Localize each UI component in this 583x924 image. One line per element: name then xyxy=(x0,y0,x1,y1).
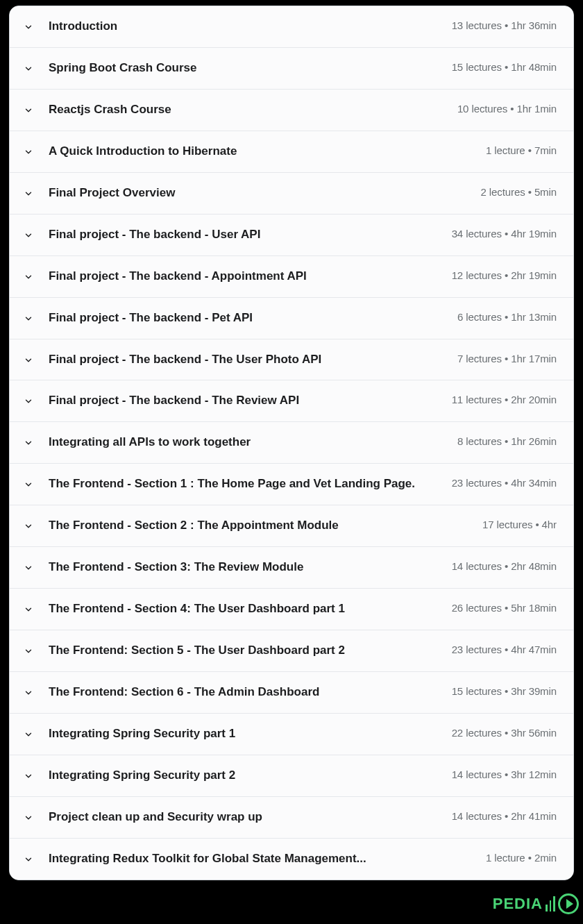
section-meta: 6 lectures • 1hr 13min xyxy=(457,311,557,323)
section-title: The Frontend - Section 1 : The Home Page… xyxy=(49,476,452,492)
section-meta: 1 lecture • 7min xyxy=(486,144,557,156)
section-row[interactable]: A Quick Introduction to Hibernate1 lectu… xyxy=(10,131,573,173)
section-row[interactable]: The Frontend - Section 2 : The Appointme… xyxy=(10,505,573,547)
watermark-text: PEDIA xyxy=(493,895,543,913)
section-row[interactable]: The Frontend - Section 3: The Review Mod… xyxy=(10,547,573,589)
section-meta: 2 lectures • 5min xyxy=(481,186,557,198)
section-row[interactable]: Spring Boot Crash Course15 lectures • 1h… xyxy=(10,48,573,90)
equalizer-icon xyxy=(546,896,555,912)
section-meta: 22 lectures • 3hr 56min xyxy=(452,727,557,739)
chevron-down-icon xyxy=(24,646,33,656)
section-row[interactable]: The Frontend: Section 5 - The User Dashb… xyxy=(10,630,573,672)
chevron-down-icon xyxy=(24,272,33,282)
section-row[interactable]: Integrating Redux Toolkit for Global Sta… xyxy=(10,839,573,880)
section-row[interactable]: Introduction13 lectures • 1hr 36min xyxy=(10,6,573,48)
chevron-down-icon xyxy=(24,189,33,199)
section-title: Final project - The backend - The User P… xyxy=(49,352,457,368)
play-icon xyxy=(558,893,579,914)
section-title: The Frontend - Section 2 : The Appointme… xyxy=(49,518,482,534)
section-title: The Frontend - Section 3: The Review Mod… xyxy=(49,560,452,576)
chevron-down-icon xyxy=(24,314,33,324)
section-title: Reactjs Crash Course xyxy=(49,102,457,118)
section-meta: 15 lectures • 3hr 39min xyxy=(452,685,557,697)
section-title: The Frontend: Section 5 - The User Dashb… xyxy=(49,643,452,659)
section-meta: 7 lectures • 1hr 17min xyxy=(457,353,557,364)
chevron-down-icon xyxy=(24,64,33,74)
chevron-down-icon xyxy=(24,396,33,406)
section-meta: 12 lectures • 2hr 19min xyxy=(452,269,557,281)
section-title: Integrating all APIs to work together xyxy=(49,435,457,451)
section-title: Spring Boot Crash Course xyxy=(49,60,452,76)
section-row[interactable]: Project clean up and Security wrap up14 … xyxy=(10,797,573,839)
section-row[interactable]: Final project - The backend - The User P… xyxy=(10,339,573,381)
chevron-down-icon xyxy=(24,813,33,823)
section-meta: 10 lectures • 1hr 1min xyxy=(457,103,557,115)
course-sections-list: Introduction13 lectures • 1hr 36minSprin… xyxy=(9,6,574,880)
section-meta: 15 lectures • 1hr 48min xyxy=(452,61,557,73)
section-title: Integrating Spring Security part 2 xyxy=(49,768,452,784)
section-title: Integrating Redux Toolkit for Global Sta… xyxy=(49,851,486,867)
section-title: Final project - The backend - Appointmen… xyxy=(49,269,452,285)
section-title: Project clean up and Security wrap up xyxy=(49,809,452,825)
section-row[interactable]: Final project - The backend - Appointmen… xyxy=(10,256,573,298)
section-title: The Frontend - Section 4: The User Dashb… xyxy=(49,601,452,617)
chevron-down-icon xyxy=(24,355,33,365)
section-meta: 13 lectures • 1hr 36min xyxy=(452,19,557,31)
section-row[interactable]: Integrating Spring Security part 122 lec… xyxy=(10,714,573,755)
section-title: Final project - The backend - The Review… xyxy=(49,393,452,409)
section-row[interactable]: Integrating all APIs to work together8 l… xyxy=(10,422,573,464)
section-title: A Quick Introduction to Hibernate xyxy=(49,144,486,160)
watermark: PEDIA xyxy=(493,893,579,914)
section-row[interactable]: Final project - The backend - The Review… xyxy=(10,380,573,422)
section-meta: 8 lectures • 1hr 26min xyxy=(457,435,557,447)
section-meta: 17 lectures • 4hr xyxy=(482,519,557,530)
section-row[interactable]: Final project - The backend - User API34… xyxy=(10,215,573,256)
chevron-down-icon xyxy=(24,855,33,864)
chevron-down-icon xyxy=(24,480,33,489)
section-title: Introduction xyxy=(49,19,452,35)
section-meta: 23 lectures • 4hr 47min xyxy=(452,644,557,655)
section-meta: 14 lectures • 2hr 41min xyxy=(452,810,557,822)
chevron-down-icon xyxy=(24,230,33,240)
chevron-down-icon xyxy=(24,106,33,115)
section-row[interactable]: The Frontend: Section 6 - The Admin Dash… xyxy=(10,672,573,714)
section-meta: 11 lectures • 2hr 20min xyxy=(452,394,557,405)
section-meta: 26 lectures • 5hr 18min xyxy=(452,602,557,614)
section-row[interactable]: Final project - The backend - Pet API6 l… xyxy=(10,298,573,339)
section-meta: 1 lecture • 2min xyxy=(486,852,557,864)
section-title: Integrating Spring Security part 1 xyxy=(49,726,452,742)
chevron-down-icon xyxy=(24,688,33,698)
section-meta: 34 lectures • 4hr 19min xyxy=(452,228,557,240)
section-meta: 14 lectures • 2hr 48min xyxy=(452,560,557,572)
chevron-down-icon xyxy=(24,771,33,781)
section-row[interactable]: The Frontend - Section 1 : The Home Page… xyxy=(10,464,573,505)
section-title: The Frontend: Section 6 - The Admin Dash… xyxy=(49,684,452,700)
chevron-down-icon xyxy=(24,22,33,32)
section-row[interactable]: The Frontend - Section 4: The User Dashb… xyxy=(10,589,573,630)
chevron-down-icon xyxy=(24,730,33,739)
section-row[interactable]: Reactjs Crash Course10 lectures • 1hr 1m… xyxy=(10,90,573,131)
section-row[interactable]: Final Project Overview2 lectures • 5min xyxy=(10,173,573,215)
section-title: Final Project Overview xyxy=(49,185,481,201)
section-title: Final project - The backend - Pet API xyxy=(49,310,457,326)
chevron-down-icon xyxy=(24,438,33,448)
section-row[interactable]: Integrating Spring Security part 214 lec… xyxy=(10,755,573,797)
section-meta: 23 lectures • 4hr 34min xyxy=(452,477,557,489)
chevron-down-icon xyxy=(24,605,33,614)
section-meta: 14 lectures • 3hr 12min xyxy=(452,768,557,780)
chevron-down-icon xyxy=(24,563,33,573)
chevron-down-icon xyxy=(24,147,33,157)
chevron-down-icon xyxy=(24,521,33,531)
section-title: Final project - The backend - User API xyxy=(49,227,452,243)
